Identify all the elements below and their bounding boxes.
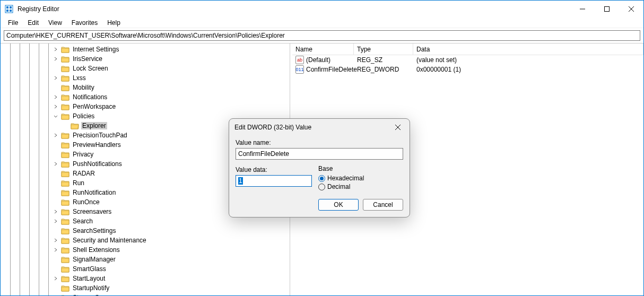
tree-item-label: Notifications <box>72 93 108 101</box>
menu-edit[interactable]: Edit <box>23 18 43 28</box>
folder-icon <box>61 75 69 82</box>
value-data-input[interactable]: 1 <box>236 175 312 187</box>
dialog-title: Edit DWORD (32-bit) Value <box>234 124 389 131</box>
tree-item[interactable]: Security and Maintenance <box>1 236 290 245</box>
tree-item[interactable]: Mobility <box>1 83 290 92</box>
tree-item-label: RADAR <box>72 170 96 177</box>
col-data[interactable]: Data <box>413 43 643 55</box>
value-type: REG_DWORD <box>354 66 413 73</box>
app-icon <box>5 5 13 13</box>
tree-item[interactable]: Lock Screen <box>1 64 290 73</box>
tree-item[interactable]: IrisService <box>1 54 290 64</box>
radio-dot-icon <box>318 175 325 182</box>
list-row[interactable]: 011ConfirmFileDeleteREG_DWORD0x00000001 … <box>292 65 643 74</box>
dialog-actions: OK Cancel <box>229 195 410 217</box>
tree-item-label: Security and Maintenance <box>72 237 147 244</box>
value-name: (Default) <box>306 56 330 64</box>
tree-item[interactable]: Notifications <box>1 92 290 102</box>
col-name[interactable]: Name <box>292 43 354 55</box>
menu-help[interactable]: Help <box>103 18 125 28</box>
chevron-down-icon[interactable] <box>53 113 59 119</box>
radio-decimal[interactable]: Decimal <box>318 183 403 190</box>
ok-button[interactable]: OK <box>318 199 359 211</box>
chevron-right-icon[interactable] <box>53 294 59 295</box>
tree-item[interactable]: StartLayout <box>1 274 290 283</box>
svg-rect-3 <box>6 10 8 12</box>
value-name: ConfirmFileDelete <box>306 66 357 73</box>
string-value-icon: ab <box>295 56 304 64</box>
tree-item-label: Privacy <box>72 151 94 158</box>
chevron-right-icon[interactable] <box>53 75 59 81</box>
tree-item[interactable]: Lxss <box>1 73 290 83</box>
chevron-right-icon[interactable] <box>53 46 59 53</box>
folder-icon <box>61 94 69 101</box>
tree-item-label: RunOnce <box>72 198 101 206</box>
folder-icon <box>61 247 69 254</box>
tree-item[interactable]: Internet Settings <box>1 45 290 54</box>
tree-item[interactable]: Search <box>1 216 290 226</box>
chevron-right-icon[interactable] <box>53 218 59 224</box>
tree-item[interactable]: SearchSettings <box>1 226 290 236</box>
chevron-right-icon[interactable] <box>53 132 59 138</box>
value-data: 0x00000001 (1) <box>413 66 643 73</box>
menu-view[interactable]: View <box>44 18 66 28</box>
cancel-button[interactable]: Cancel <box>363 199 403 211</box>
tree-item[interactable]: SmartGlass <box>1 264 290 274</box>
list-row[interactable]: ab(Default)REG_SZ(value not set) <box>292 55 643 65</box>
minimize-button[interactable] <box>570 1 595 18</box>
chevron-right-icon <box>53 285 59 291</box>
chevron-right-icon[interactable] <box>53 94 59 100</box>
folder-icon <box>61 46 69 53</box>
svg-rect-2 <box>10 6 12 8</box>
chevron-right-icon <box>53 65 59 72</box>
tree-item[interactable]: StartupNotify <box>1 283 290 293</box>
chevron-right-icon[interactable] <box>53 237 59 243</box>
col-type[interactable]: Type <box>354 43 413 55</box>
folder-icon <box>61 285 69 292</box>
edit-dword-dialog: Edit DWORD (32-bit) Value Value name: Co… <box>229 118 410 217</box>
value-name-input[interactable]: ConfirmFileDelete <box>236 148 403 160</box>
folder-icon <box>61 218 69 225</box>
svg-rect-4 <box>10 10 12 12</box>
radio-dot-icon <box>318 184 325 190</box>
menu-favorites[interactable]: Favorites <box>67 18 102 28</box>
value-name-label: Value name: <box>236 139 403 146</box>
chevron-right-icon[interactable] <box>53 247 59 253</box>
tree-item-label: SignalManager <box>72 256 117 263</box>
tree-item-label: Run <box>72 179 85 187</box>
chevron-right-icon <box>53 266 59 272</box>
address-input[interactable]: Computer\HKEY_CURRENT_USER\Software\Micr… <box>4 30 640 41</box>
tree-item-label: RunNotification <box>72 189 117 196</box>
tree-item[interactable]: PenWorkspace <box>1 102 290 111</box>
chevron-right-icon <box>53 170 59 177</box>
tree-item-label: PenWorkspace <box>72 103 117 110</box>
titlebar: Registry Editor <box>1 1 643 18</box>
svg-rect-6 <box>605 7 610 12</box>
svg-rect-1 <box>6 6 8 8</box>
tree-item[interactable]: StorageSense <box>1 293 290 295</box>
chevron-right-icon[interactable] <box>53 208 59 215</box>
tree-item-label: StartupNotify <box>72 284 110 292</box>
chevron-right-icon <box>53 189 59 196</box>
chevron-right-icon[interactable] <box>53 161 59 167</box>
chevron-right-icon <box>53 151 59 158</box>
folder-icon <box>61 208 69 215</box>
tree-item-label: Internet Settings <box>72 46 120 53</box>
tree-item-label: Shell Extensions <box>72 246 121 254</box>
maximize-button[interactable] <box>595 1 619 18</box>
tree-item[interactable]: Shell Extensions <box>1 245 290 255</box>
folder-icon <box>61 180 69 187</box>
chevron-right-icon <box>53 84 59 91</box>
dialog-close-button[interactable] <box>389 120 406 135</box>
close-button[interactable] <box>619 1 643 18</box>
tree-item[interactable]: SignalManager <box>1 255 290 264</box>
radio-hexadecimal[interactable]: Hexadecimal <box>318 175 403 182</box>
chevron-right-icon <box>53 142 59 148</box>
radio-hex-label: Hexadecimal <box>327 175 364 182</box>
tree-item-label: Screensavers <box>72 208 112 215</box>
chevron-right-icon[interactable] <box>53 103 59 110</box>
tree-item-label: Lock Screen <box>72 65 109 72</box>
menu-file[interactable]: File <box>4 18 22 28</box>
chevron-right-icon[interactable] <box>53 275 59 282</box>
chevron-right-icon[interactable] <box>53 56 59 62</box>
